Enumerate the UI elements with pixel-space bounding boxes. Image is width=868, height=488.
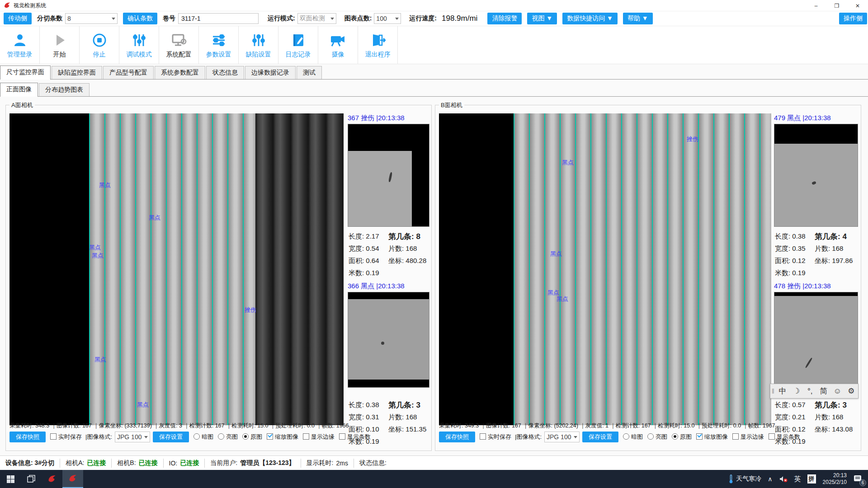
chart-points-select[interactable]: 100 bbox=[374, 13, 401, 24]
confirm-count-button[interactable]: 确认条数 bbox=[123, 13, 157, 24]
save-snapshot-button[interactable]: 保存快照 bbox=[9, 432, 46, 442]
show-edge-checkbox[interactable]: 显示边缘 bbox=[728, 433, 764, 441]
ime-toolbar: ‖ 中 ☽ °, 简 ☺ ⚙ bbox=[770, 384, 859, 399]
clock[interactable]: 20:13 2025/2/10 bbox=[819, 472, 850, 486]
run-speed-value[interactable]: 198.9m/mi bbox=[439, 13, 480, 24]
window-title: 视觉检测系统 bbox=[14, 2, 46, 9]
notification-center[interactable]: 6 bbox=[850, 470, 868, 488]
tray-chevron-up[interactable]: ∧ bbox=[764, 470, 775, 488]
show-edge-checkbox[interactable]: 显示边缘 bbox=[298, 433, 335, 441]
task-view-icon bbox=[27, 475, 35, 483]
start-button[interactable] bbox=[0, 470, 21, 488]
tab-distribution-trend[interactable]: 分布趋势图表 bbox=[39, 83, 90, 96]
minimize-button[interactable]: – bbox=[806, 0, 826, 11]
toolbar-item-system-config[interactable]: 系统配置 bbox=[159, 26, 199, 64]
tab-edge-data-record[interactable]: 边缘数据记录 bbox=[245, 66, 296, 79]
image-format-select[interactable]: JPG 100 bbox=[115, 432, 150, 442]
defect-image-label: 黑点 bbox=[557, 295, 568, 303]
bright-image-radio[interactable]: 亮图 bbox=[213, 433, 238, 441]
data-quick-access-menu-button[interactable]: 数据快捷访问 ▼ bbox=[562, 13, 618, 24]
clear-alarm-button[interactable]: 清除报警 bbox=[487, 13, 522, 24]
clock-date: 2025/2/10 bbox=[823, 479, 847, 486]
sub-tab-bar: 正面图像 分布趋势图表 bbox=[0, 84, 868, 97]
save-settings-button[interactable]: 保存设置 bbox=[153, 432, 189, 442]
camera-a-status-line: 采集耗时: 348.3 ｜图像计数: 167 ｜像素坐标: (333,7139)… bbox=[9, 422, 349, 430]
toolbar-item-defect-settings[interactable]: 缺陷设置 bbox=[239, 26, 278, 64]
view-menu-button[interactable]: 视图 ▼ bbox=[527, 13, 557, 24]
help-menu-button[interactable]: 帮助 ▼ bbox=[623, 13, 653, 24]
defect-stats: 长度: 0.57 第几条: 3 宽度: 0.21 片数: 168 面积: 0.1… bbox=[775, 399, 859, 448]
language-indicator[interactable]: 英 bbox=[791, 470, 804, 488]
defect-header: 478 挫伤 |20:13:38 bbox=[774, 282, 858, 291]
weather-widget[interactable]: 天气寒冷 bbox=[725, 470, 764, 488]
tab-status-info[interactable]: 状态信息 bbox=[206, 66, 244, 79]
moon-icon[interactable]: ☽ bbox=[789, 386, 803, 396]
defect-stats: 长度: 0.38 第几条: 4 宽度: 0.35 片数: 168 面积: 0.1… bbox=[775, 230, 859, 279]
ime-indicator[interactable]: 拼 bbox=[804, 470, 819, 488]
toolbar-item-admin-login[interactable]: 管理登录 bbox=[0, 26, 40, 64]
sliders-horizontal-icon bbox=[211, 32, 226, 49]
defect-image-label: 黑点 bbox=[137, 401, 149, 409]
state-info-label: 状态信息: bbox=[354, 459, 392, 467]
app-status-bar: 设备信息: 3#分切 相机A:已连接 相机B:已连接 IO:已连接 当前用户:管… bbox=[0, 455, 868, 470]
tab-size-monitor[interactable]: 尺寸监控界面 bbox=[0, 66, 51, 80]
defect-thumbnail bbox=[774, 124, 858, 227]
ime-mode-chinese[interactable]: 中 bbox=[776, 386, 789, 396]
close-button[interactable]: ✕ bbox=[847, 0, 868, 11]
display-time: 显示耗时:2ms bbox=[301, 459, 354, 467]
defect-image-label: 黑点 bbox=[94, 356, 106, 364]
original-image-radio[interactable]: 原图 bbox=[238, 433, 262, 441]
emoji-icon[interactable]: ☺ bbox=[830, 387, 844, 396]
toolbar-item-debug-mode[interactable]: 调试模式 bbox=[119, 26, 159, 64]
operator-side-button[interactable]: 操作侧 bbox=[839, 13, 867, 24]
tab-test[interactable]: 测试 bbox=[297, 66, 322, 79]
sliders-vertical-icon bbox=[132, 32, 147, 49]
bright-image-radio[interactable]: 亮图 bbox=[643, 433, 667, 441]
drive-side-button[interactable]: 传动侧 bbox=[4, 13, 32, 24]
tab-front-image[interactable]: 正面图像 bbox=[0, 83, 38, 97]
camera-b-connection: 相机B:已连接 bbox=[112, 459, 163, 467]
taskbar-app-pinned[interactable] bbox=[42, 470, 62, 488]
gear-icon[interactable]: ⚙ bbox=[844, 386, 858, 396]
exit-door-icon bbox=[370, 32, 386, 49]
task-view-button[interactable] bbox=[21, 470, 42, 488]
camera-a-defect-labels: 黑点黑点黑点黑点挫伤黑点黑点 bbox=[9, 113, 344, 425]
slit-count-select[interactable]: 8 bbox=[65, 13, 118, 24]
notification-badge: 6 bbox=[859, 479, 866, 486]
app-logo-icon bbox=[68, 474, 77, 483]
dark-image-radio[interactable]: 暗图 bbox=[189, 433, 213, 441]
zoom-image-checkbox[interactable]: 缩放图像 bbox=[692, 433, 728, 441]
main-tab-bar: 尺寸监控界面 缺陷监控界面 产品型号配置 系统参数配置 状态信息 边缘数据记录 … bbox=[0, 66, 868, 80]
realtime-save-checkbox[interactable]: 实时保存 bbox=[475, 433, 511, 441]
roll-number-input[interactable]: 3117-1 bbox=[178, 13, 259, 24]
toolbar-item-param-settings[interactable]: 参数设置 bbox=[199, 26, 239, 64]
run-mode-select[interactable]: 双面检测 bbox=[297, 13, 336, 24]
radio-icon bbox=[193, 433, 200, 440]
original-image-radio[interactable]: 原图 bbox=[667, 433, 692, 441]
toolbar-item-log-record[interactable]: 日志记录 bbox=[278, 26, 318, 64]
toolbar-item-exit[interactable]: 退出程序 bbox=[358, 26, 398, 64]
dark-image-radio[interactable]: 暗图 bbox=[618, 433, 643, 441]
run-speed-label: 运行速度: bbox=[409, 14, 437, 23]
toolbar-item-start[interactable]: 开始 bbox=[40, 26, 80, 64]
save-snapshot-button[interactable]: 保存快照 bbox=[439, 432, 475, 442]
defect-image-label: 黑点 bbox=[149, 214, 160, 222]
punctuation-icon[interactable]: °, bbox=[803, 387, 817, 396]
tab-product-model-config[interactable]: 产品型号配置 bbox=[103, 66, 154, 79]
drag-handle-icon[interactable]: ‖ bbox=[770, 388, 776, 395]
zoom-image-checkbox[interactable]: 缩放图像 bbox=[262, 433, 298, 441]
tab-system-param-config[interactable]: 系统参数配置 bbox=[155, 66, 205, 79]
toolbar-item-camera[interactable]: 摄像 bbox=[318, 26, 358, 64]
maximize-button[interactable]: ❐ bbox=[826, 0, 847, 11]
volume-muted-icon[interactable] bbox=[776, 470, 791, 488]
taskbar-app-active[interactable] bbox=[62, 470, 83, 488]
simplified-chinese-icon[interactable]: 简 bbox=[817, 386, 830, 396]
toolbar-item-stop[interactable]: 停止 bbox=[80, 26, 119, 64]
tab-defect-monitor[interactable]: 缺陷监控界面 bbox=[52, 66, 102, 79]
save-settings-button[interactable]: 保存设置 bbox=[582, 432, 618, 442]
defect-image-label: 挫伤 bbox=[245, 306, 256, 314]
defect-image-label: 黑点 bbox=[92, 252, 104, 260]
image-format-select[interactable]: JPG 100 bbox=[544, 432, 580, 442]
realtime-save-checkbox[interactable]: 实时保存 bbox=[46, 433, 82, 441]
radio-icon bbox=[623, 433, 629, 440]
